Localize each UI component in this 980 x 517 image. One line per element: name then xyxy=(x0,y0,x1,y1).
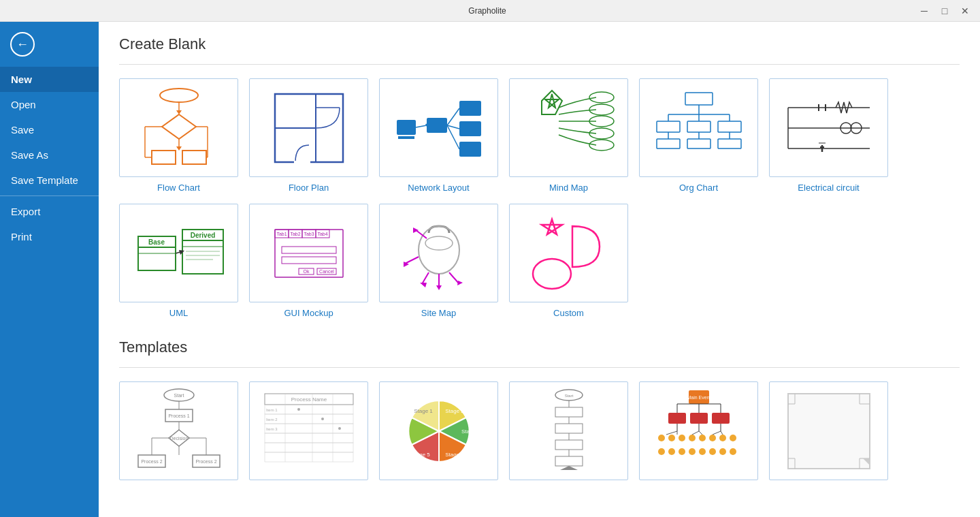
diagram-card-org-chart[interactable]: Org Chart xyxy=(639,78,758,193)
template-card-4[interactable]: Start xyxy=(509,381,628,480)
svg-point-137 xyxy=(321,418,324,420)
sidebar-item-new[interactable]: New xyxy=(0,67,99,92)
svg-text:Main Event: Main Event xyxy=(687,395,710,400)
svg-marker-96 xyxy=(420,283,427,287)
svg-point-104 xyxy=(533,259,571,289)
diagram-card-img-flow-chart[interactable] xyxy=(119,78,238,177)
svg-line-181 xyxy=(721,431,723,435)
diagram-card-flow-chart[interactable]: Flow Chart xyxy=(119,78,238,193)
svg-marker-100 xyxy=(457,281,463,285)
diagram-card-uml[interactable]: Base Derived xyxy=(119,204,238,318)
svg-text:Tab4: Tab4 xyxy=(317,232,327,236)
svg-rect-124 xyxy=(265,405,353,414)
diagram-card-img-uml[interactable]: Base Derived xyxy=(119,204,238,302)
svg-point-187 xyxy=(709,448,716,455)
svg-rect-125 xyxy=(265,414,353,424)
svg-rect-147 xyxy=(555,407,583,417)
close-button[interactable]: ✕ xyxy=(956,3,975,18)
svg-point-31 xyxy=(589,92,614,103)
svg-point-184 xyxy=(679,448,685,455)
svg-rect-37 xyxy=(685,93,713,105)
back-button[interactable]: ← xyxy=(5,27,39,61)
maximize-button[interactable]: □ xyxy=(935,3,954,18)
diagram-card-label-gui-mockup: GUI Mockup xyxy=(284,308,333,318)
svg-text:Stage 3: Stage 3 xyxy=(461,428,480,435)
diagram-card-label-mind-map: Mind Map xyxy=(549,183,588,193)
sidebar-item-save-as[interactable]: Save As xyxy=(0,142,99,168)
svg-point-182 xyxy=(658,448,665,455)
diagram-card-img-mind-map[interactable] xyxy=(509,78,628,177)
diagram-card-site-map[interactable]: Site Map xyxy=(379,204,498,318)
app-body: ← New Open Save Save As Save Template Ex… xyxy=(0,22,980,517)
svg-rect-20 xyxy=(398,136,414,139)
svg-point-0 xyxy=(160,89,198,102)
template-card-2[interactable]: Process Name Item 1 Item 2 Item 3 xyxy=(249,381,368,480)
svg-marker-98 xyxy=(436,285,442,290)
svg-rect-127 xyxy=(265,433,353,443)
sidebar-item-print[interactable]: Print xyxy=(0,224,99,249)
template-card-3[interactable]: Stage 2 Stage 3 Stage 4 Stage 5 Stage 1 xyxy=(379,381,498,480)
sidebar-item-export[interactable]: Export xyxy=(0,199,99,224)
sidebar-item-open[interactable]: Open xyxy=(0,92,99,117)
svg-rect-51 xyxy=(718,139,741,148)
svg-point-138 xyxy=(338,427,341,430)
svg-point-189 xyxy=(730,448,736,455)
sidebar: ← New Open Save Save As Save Template Ex… xyxy=(0,22,99,517)
diagram-card-img-network-layout[interactable] xyxy=(379,78,498,177)
svg-rect-158 xyxy=(668,413,686,424)
diagram-card-img-gui-mockup[interactable]: Tab1 Tab2 Tab3 Tab4 Ok Cancel xyxy=(249,204,368,302)
svg-point-168 xyxy=(658,435,665,441)
diagram-card-gui-mockup[interactable]: Tab1 Tab2 Tab3 Tab4 Ok Cancel GUI xyxy=(249,204,368,318)
template-card-6[interactable] xyxy=(769,381,888,480)
svg-rect-45 xyxy=(718,121,741,132)
svg-rect-149 xyxy=(555,424,583,433)
svg-point-169 xyxy=(668,435,675,441)
diagram-card-img-org-chart[interactable] xyxy=(639,78,758,177)
svg-rect-7 xyxy=(182,151,206,164)
diagram-card-img-floor-plan[interactable] xyxy=(249,78,368,177)
svg-point-188 xyxy=(719,448,726,455)
svg-rect-153 xyxy=(555,456,583,466)
diagram-card-label-electrical-circuit: Electrical circuit xyxy=(798,183,859,193)
title-bar: Grapholite ─ □ ✕ xyxy=(0,0,980,22)
svg-rect-21 xyxy=(427,118,447,133)
diagram-card-electrical-circuit[interactable]: Electrical circuit xyxy=(769,78,888,193)
svg-marker-103 xyxy=(542,219,562,234)
svg-line-93 xyxy=(405,257,419,264)
svg-text:Process Name: Process Name xyxy=(291,396,327,403)
svg-rect-18 xyxy=(294,161,310,163)
sidebar-item-save-template[interactable]: Save Template xyxy=(0,168,99,193)
diagram-card-mind-map[interactable]: Mind Map xyxy=(509,78,628,193)
diagram-card-label-custom: Custom xyxy=(553,308,584,318)
svg-rect-190 xyxy=(788,394,870,469)
svg-rect-49 xyxy=(687,139,710,148)
svg-marker-154 xyxy=(560,466,578,470)
svg-point-136 xyxy=(297,408,300,411)
svg-rect-159 xyxy=(690,413,708,424)
diagram-card-network-layout[interactable]: Network Layout xyxy=(379,78,498,193)
svg-point-170 xyxy=(679,435,685,441)
diagram-card-label-site-map: Site Map xyxy=(421,308,456,318)
template-card-5[interactable]: Main Event xyxy=(639,381,758,480)
diagram-card-img-site-map[interactable] xyxy=(379,204,498,302)
template-card-1[interactable]: Start Process 1 Decision Process 2 Proce… xyxy=(119,381,238,480)
svg-point-183 xyxy=(668,448,675,455)
svg-rect-23 xyxy=(459,121,481,136)
diagram-card-label-flow-chart: Flow Chart xyxy=(157,183,200,193)
svg-text:Derived: Derived xyxy=(190,232,215,239)
svg-point-92 xyxy=(425,236,453,250)
svg-rect-24 xyxy=(459,142,481,157)
back-icon[interactable]: ← xyxy=(10,32,35,57)
svg-text:Ok: Ok xyxy=(303,269,309,274)
svg-rect-129 xyxy=(265,452,353,462)
sidebar-item-save[interactable]: Save xyxy=(0,117,99,142)
svg-line-179 xyxy=(699,431,702,435)
svg-text:Item 2: Item 2 xyxy=(266,418,278,422)
diagram-card-img-electrical-circuit[interactable] xyxy=(769,78,888,177)
diagram-card-floor-plan[interactable]: Floor Plan xyxy=(249,78,368,193)
diagram-card-img-custom[interactable] xyxy=(509,204,628,302)
minimize-button[interactable]: ─ xyxy=(915,3,934,18)
svg-point-171 xyxy=(689,435,696,441)
window-controls: ─ □ ✕ xyxy=(915,3,975,18)
diagram-card-custom[interactable]: Custom xyxy=(509,204,628,318)
